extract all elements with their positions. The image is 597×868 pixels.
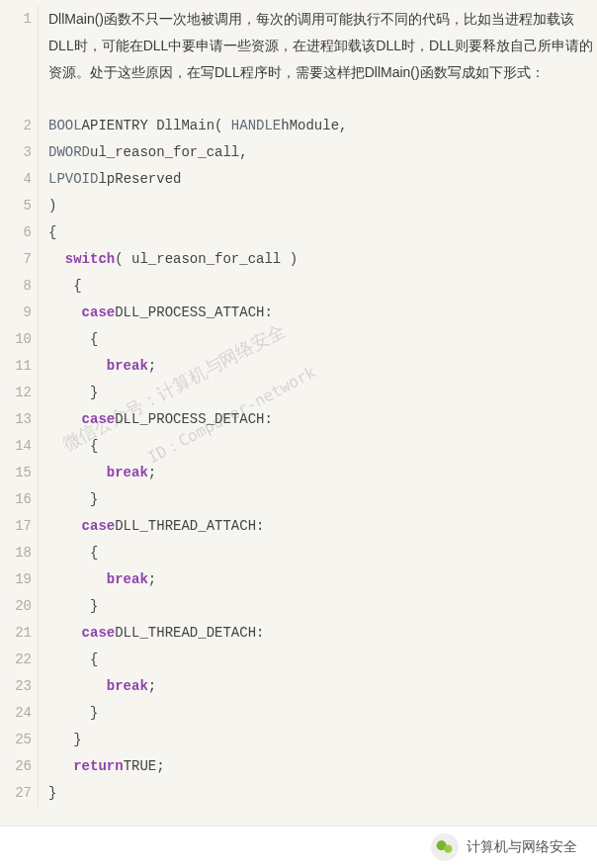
code-line: { — [48, 273, 597, 300]
code-line: } — [48, 727, 597, 753]
code-line: LPVOIDlpReserved — [48, 166, 597, 193]
line-number: 21 — [0, 620, 32, 647]
code-line: } — [48, 780, 597, 807]
code-line: DWORDul_reason_for_call, — [48, 139, 597, 166]
line-number: 27 — [0, 780, 32, 807]
line-number: 5 — [0, 193, 32, 219]
code-line: switch( ul_reason_for_call ) — [48, 246, 597, 273]
code-line: } — [48, 593, 597, 620]
line-number: 25 — [0, 727, 32, 753]
line-number: 11 — [0, 353, 32, 380]
code-line: returnTRUE; — [48, 753, 597, 780]
code-line: caseDLL_THREAD_ATTACH: — [48, 513, 597, 540]
code-line: { — [48, 647, 597, 673]
wechat-icon — [431, 833, 459, 861]
line-number: 6 — [0, 219, 32, 246]
line-number: 13 — [0, 406, 32, 433]
code-line: caseDLL_PROCESS_DETACH: — [48, 406, 597, 433]
code-line: break; — [48, 566, 597, 593]
code-line: break; — [48, 460, 597, 486]
code-line: BOOLAPIENTRY DllMain( HANDLEhModule, — [48, 113, 597, 139]
line-number: 12 — [0, 380, 32, 406]
line-number: 14 — [0, 433, 32, 460]
code-line: } — [48, 380, 597, 406]
code-line: ) — [48, 193, 597, 219]
code-line: { — [48, 540, 597, 566]
code-line: break; — [48, 353, 597, 380]
code-line: } — [48, 700, 597, 727]
code-line: { — [48, 219, 597, 246]
line-number: 4 — [0, 166, 32, 193]
code-line: caseDLL_PROCESS_ATTACH: — [48, 300, 597, 326]
line-number: 16 — [0, 486, 32, 513]
line-number: 17 — [0, 513, 32, 540]
code-line: caseDLL_THREAD_DETACH: — [48, 620, 597, 647]
line-number: 8 — [0, 273, 32, 300]
code-block: 1234567891011121314151617181920212223242… — [0, 0, 597, 807]
line-number: 15 — [0, 460, 32, 486]
code-line: DllMain()函数不只一次地被调用，每次的调用可能执行不同的代码，比如当进程… — [48, 6, 597, 113]
code-line: { — [48, 326, 597, 353]
line-number: 20 — [0, 593, 32, 620]
code-line: } — [48, 486, 597, 513]
code-line: { — [48, 433, 597, 460]
line-number-gutter: 1234567891011121314151617181920212223242… — [0, 6, 39, 807]
line-number: 7 — [0, 246, 32, 273]
line-number: 23 — [0, 673, 32, 700]
code-line: break; — [48, 673, 597, 700]
code-body: DllMain()函数不只一次地被调用，每次的调用可能执行不同的代码，比如当进程… — [39, 6, 597, 807]
line-number: 1 — [0, 6, 32, 113]
line-number: 2 — [0, 113, 32, 139]
footer: 计算机与网络安全 — [0, 826, 597, 868]
line-number: 24 — [0, 700, 32, 727]
line-number: 26 — [0, 753, 32, 780]
line-number: 9 — [0, 300, 32, 326]
svg-point-1 — [444, 845, 452, 853]
line-number: 19 — [0, 566, 32, 593]
line-number: 3 — [0, 139, 32, 166]
line-number: 18 — [0, 540, 32, 566]
footer-label: 计算机与网络安全 — [467, 838, 577, 856]
line-number: 22 — [0, 647, 32, 673]
line-number: 10 — [0, 326, 32, 353]
